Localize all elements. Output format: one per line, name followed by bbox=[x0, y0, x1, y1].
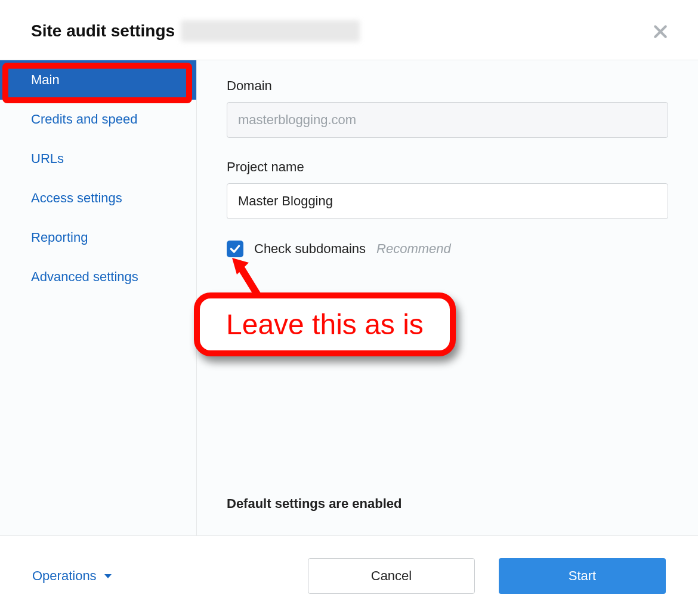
modal-title-redacted bbox=[181, 20, 360, 42]
default-settings-note: Default settings are enabled bbox=[227, 496, 401, 512]
annotation-callout-box: Leave this as is bbox=[194, 292, 456, 356]
check-subdomains-row: Check subdomains Recommend bbox=[227, 241, 668, 257]
settings-sidebar: Main Credits and speed URLs Access setti… bbox=[0, 60, 197, 535]
domain-input bbox=[227, 102, 668, 138]
modal-header: Site audit settings bbox=[0, 0, 698, 60]
svg-marker-3 bbox=[104, 574, 112, 578]
sidebar-item-advanced-settings[interactable]: Advanced settings bbox=[0, 257, 196, 297]
sidebar-item-label: Reporting bbox=[31, 230, 88, 245]
project-name-input[interactable] bbox=[227, 183, 668, 219]
sidebar-item-access-settings[interactable]: Access settings bbox=[0, 178, 196, 218]
sidebar-item-label: Access settings bbox=[31, 190, 122, 205]
sidebar-item-reporting[interactable]: Reporting bbox=[0, 218, 196, 257]
settings-main-panel: Domain Project name Check subdomains Rec… bbox=[197, 60, 698, 535]
annotation-callout: Leave this as is bbox=[194, 266, 456, 356]
sidebar-item-label: Main bbox=[31, 72, 60, 87]
close-icon[interactable] bbox=[651, 23, 669, 43]
sidebar-item-label: Credits and speed bbox=[31, 112, 138, 127]
start-button-label: Start bbox=[569, 568, 596, 584]
site-audit-settings-modal: Site audit settings Main Credits and spe… bbox=[0, 0, 698, 616]
modal-title: Site audit settings bbox=[31, 21, 175, 41]
modal-footer: Operations Cancel Start bbox=[0, 535, 698, 616]
check-icon bbox=[229, 243, 241, 255]
sidebar-item-label: URLs bbox=[31, 151, 64, 166]
domain-field-group: Domain bbox=[227, 78, 668, 138]
project-name-field-group: Project name bbox=[227, 159, 668, 219]
operations-dropdown[interactable]: Operations bbox=[32, 568, 113, 584]
sidebar-item-urls[interactable]: URLs bbox=[0, 139, 196, 178]
modal-body: Main Credits and speed URLs Access setti… bbox=[0, 60, 698, 535]
sidebar-item-label: Advanced settings bbox=[31, 269, 138, 284]
start-button[interactable]: Start bbox=[499, 558, 666, 594]
chevron-down-icon bbox=[103, 571, 113, 581]
cancel-button-label: Cancel bbox=[371, 568, 412, 584]
project-name-label: Project name bbox=[227, 159, 668, 175]
check-subdomains-label: Check subdomains bbox=[254, 241, 366, 257]
annotation-arrow-icon bbox=[228, 254, 270, 296]
check-subdomains-hint: Recommend bbox=[376, 241, 451, 257]
operations-label: Operations bbox=[32, 568, 97, 584]
sidebar-item-credits-speed[interactable]: Credits and speed bbox=[0, 100, 196, 139]
sidebar-item-main[interactable]: Main bbox=[0, 60, 196, 100]
annotation-callout-text: Leave this as is bbox=[226, 309, 424, 340]
domain-label: Domain bbox=[227, 78, 668, 94]
cancel-button[interactable]: Cancel bbox=[308, 558, 475, 594]
